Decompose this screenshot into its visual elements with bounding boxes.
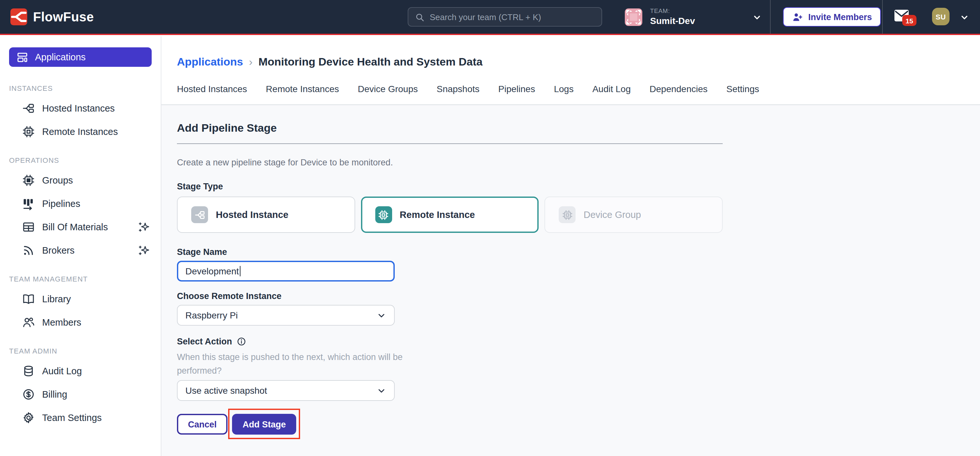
sidebar-item-groups[interactable]: Groups <box>9 173 152 187</box>
remote-instance-select[interactable]: Raspberry Pi <box>177 305 395 325</box>
hosted-instance-icon <box>191 206 208 223</box>
sidebar-item-label: Billing <box>42 389 67 400</box>
cancel-button[interactable]: Cancel <box>177 414 228 435</box>
tab-device-groups[interactable]: Device Groups <box>358 84 418 97</box>
stage-type-label: Stage Type <box>177 182 723 191</box>
sidebar-item-label: Remote Instances <box>42 126 118 137</box>
search-input[interactable] <box>430 12 595 22</box>
tab-pipelines[interactable]: Pipelines <box>498 84 535 97</box>
remote-instance-selected-value: Raspberry Pi <box>185 310 238 320</box>
section-label: INSTANCES <box>9 85 152 92</box>
sidebar-item-label: Brokers <box>42 245 75 255</box>
invite-members-button[interactable]: Invite Members <box>783 7 881 27</box>
page-title: Monitoring Device Health and System Data <box>258 56 482 69</box>
stage-type-option-label: Hosted Instance <box>216 209 288 220</box>
pipelines-icon <box>22 197 35 210</box>
team-selector[interactable]: TEAM: Sumit-Dev <box>625 8 695 26</box>
sidebar-item-team-settings[interactable]: Team Settings <box>9 411 152 425</box>
sidebar-item-label: Pipelines <box>42 198 80 209</box>
sidebar-item-label: Library <box>42 294 71 304</box>
sidebar-item-label: Audit Log <box>42 366 82 376</box>
sidebar-section-team-admin: TEAM ADMIN Audit Log Billing Team Settin… <box>9 347 152 425</box>
breadcrumb-applications-link[interactable]: Applications <box>177 56 243 69</box>
add-stage-button[interactable]: Add Stage <box>232 414 296 435</box>
choose-remote-instance-label: Choose Remote Instance <box>177 291 723 301</box>
divider <box>177 143 723 144</box>
tab-remote-instances[interactable]: Remote Instances <box>266 84 339 97</box>
team-avatar <box>625 8 642 26</box>
page-header-area: Applications › Monitoring Device Health … <box>161 36 980 105</box>
tab-audit-log[interactable]: Audit Log <box>592 84 631 97</box>
stage-type-device-group-disabled: Device Group <box>545 196 723 233</box>
top-navbar: FlowFuse <box>0 0 980 35</box>
notifications-button[interactable]: 15 <box>894 9 909 22</box>
remote-instance-cpu-icon <box>375 206 392 223</box>
sidebar-item-audit-log[interactable]: Audit Log <box>9 364 152 378</box>
team-label: TEAM: <box>650 8 695 14</box>
tab-hosted-instances[interactable]: Hosted Instances <box>177 84 247 97</box>
sparkles-icon <box>137 220 150 233</box>
flowfuse-logo[interactable]: FlowFuse <box>10 8 94 25</box>
bill-of-materials-icon <box>22 220 35 233</box>
sidebar-section-operations: OPERATIONS Groups Pipelines Bill <box>9 156 152 258</box>
sidebar-item-bill-of-materials[interactable]: Bill Of Materials <box>9 220 152 234</box>
sidebar-item-pipelines[interactable]: Pipelines <box>9 196 152 211</box>
action-select[interactable]: Use active snapshot <box>177 380 395 401</box>
sparkles-icon <box>137 244 150 257</box>
sidebar-item-applications[interactable]: Applications <box>9 47 152 67</box>
tab-snapshots[interactable]: Snapshots <box>436 84 479 97</box>
user-avatar[interactable]: SU <box>932 8 950 25</box>
groups-icon <box>22 174 35 187</box>
brokers-rss-icon <box>22 244 35 257</box>
add-pipeline-stage-panel: Add Pipeline Stage Create a new pipeline… <box>161 105 980 435</box>
tab-dependencies[interactable]: Dependencies <box>649 84 708 97</box>
section-label: TEAM ADMIN <box>9 347 152 355</box>
team-meta: TEAM: Sumit-Dev <box>650 8 695 25</box>
stage-name-input[interactable]: Development <box>177 261 395 282</box>
header-divider <box>770 0 771 34</box>
tab-settings[interactable]: Settings <box>726 84 759 97</box>
flowfuse-logo-icon <box>10 8 27 25</box>
sidebar-item-hosted-instances[interactable]: Hosted Instances <box>9 101 152 115</box>
info-icon[interactable] <box>237 336 246 346</box>
brand-name: FlowFuse <box>33 10 94 24</box>
stage-type-hosted-instance[interactable]: Hosted Instance <box>177 196 355 233</box>
user-plus-icon <box>792 11 803 22</box>
section-label: TEAM MANAGEMENT <box>9 275 152 283</box>
sidebar-item-remote-instances[interactable]: Remote Instances <box>9 124 152 139</box>
library-book-icon <box>22 293 35 306</box>
header-divider <box>882 0 883 34</box>
team-chevron-down-icon[interactable] <box>752 12 762 23</box>
stage-type-remote-instance-selected[interactable]: Remote Instance <box>361 196 539 233</box>
sidebar-item-label: Groups <box>42 175 73 185</box>
applications-icon <box>16 51 29 63</box>
tab-logs[interactable]: Logs <box>554 84 574 97</box>
device-group-icon <box>559 206 576 223</box>
breadcrumb: Applications › Monitoring Device Health … <box>177 54 980 70</box>
action-selected-value: Use active snapshot <box>185 385 267 396</box>
stage-type-options: Hosted Instance Remote Instance <box>177 196 723 233</box>
sidebar-item-members[interactable]: Members <box>9 315 152 330</box>
hosted-instances-icon <box>22 102 35 115</box>
form-title: Add Pipeline Stage <box>177 122 723 135</box>
user-menu-chevron-down-icon[interactable] <box>959 12 970 23</box>
select-action-label: Select Action <box>177 336 232 346</box>
sidebar-item-billing[interactable]: Billing <box>9 387 152 402</box>
search-icon <box>415 12 425 22</box>
team-search[interactable] <box>408 7 602 27</box>
team-name: Sumit-Dev <box>650 16 695 25</box>
text-caret <box>240 266 240 276</box>
sidebar-section-instances: INSTANCES Hosted Instances Remote Instan… <box>9 85 152 139</box>
chevron-down-icon <box>377 386 386 395</box>
breadcrumb-separator: › <box>249 56 253 69</box>
chevron-down-icon <box>377 310 386 320</box>
sidebar-item-label: Applications <box>35 52 86 62</box>
sidebar-item-brokers[interactable]: Brokers <box>9 243 152 258</box>
main-content: Applications › Monitoring Device Health … <box>161 36 980 456</box>
stage-type-option-label: Remote Instance <box>399 209 475 220</box>
sidebar-item-label: Team Settings <box>42 413 102 423</box>
sidebar-item-label: Hosted Instances <box>42 103 115 113</box>
form-actions: Cancel Add Stage <box>177 414 723 435</box>
sidebar: Applications INSTANCES Hosted Instances … <box>0 36 161 456</box>
sidebar-item-library[interactable]: Library <box>9 292 152 306</box>
